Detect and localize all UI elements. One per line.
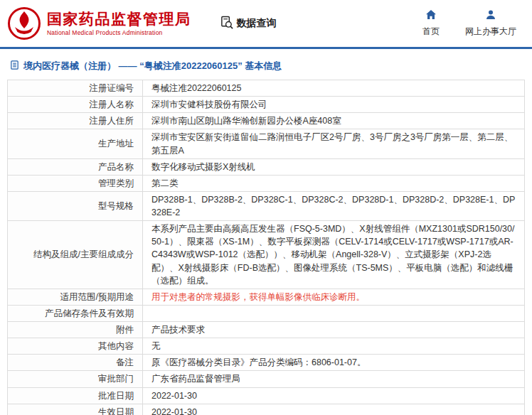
row-value: 无 xyxy=(143,338,525,355)
table-row: 批准日期2022-01-30 xyxy=(8,387,525,404)
info-table: 注册证编号粤械注准20222060125注册人名称深圳市安健科技股份有限公司注册… xyxy=(7,80,525,415)
row-label: 型号规格 xyxy=(8,191,143,220)
row-value: 第二类 xyxy=(143,175,525,191)
nmpa-logo xyxy=(7,6,41,41)
site-header: 国家药品监督管理局 National Medical Products Admi… xyxy=(0,0,532,47)
nav-service-hall-label: 网上办事大厅 xyxy=(465,26,516,38)
row-label: 适用范围/预期用途 xyxy=(8,289,143,305)
row-label: 批准日期 xyxy=(8,387,143,404)
row-label: 生产地址 xyxy=(8,129,143,158)
table-row: 注册证编号粤械注准20222060125 xyxy=(8,80,525,97)
row-value: 产品技术要求 xyxy=(143,322,525,338)
table-row: 注册人名称深圳市安健科技股份有限公司 xyxy=(8,97,525,113)
row-label: 注册人住所 xyxy=(8,113,143,129)
row-value: 本系列产品主要由高频高压发生器（FSQ-5-3MD）、X射线管组件（MXZ130… xyxy=(143,221,525,289)
nav-home-label: 首页 xyxy=(422,26,440,38)
table-row: 型号规格DP328B-1、DP328B-2、DP328C-1、DP328C-2、… xyxy=(8,191,525,220)
nmpa-emblem-icon xyxy=(7,6,41,41)
home-icon xyxy=(425,9,437,23)
nav-data-query[interactable]: 数据查询 xyxy=(220,16,277,31)
row-value: DP328B-1、DP328B-2、DP328C-1、DP328C-2、DP32… xyxy=(143,191,525,220)
row-value: 数字化移动式摄影X射线机 xyxy=(143,158,525,175)
agency-name-en: National Medical Products Administration xyxy=(47,29,191,36)
row-label: 备注 xyxy=(8,355,143,371)
row-label: 附件 xyxy=(8,322,143,338)
page-title-text: 境内医疗器械（注册） —— “粤械注准20222060125” 基本信息 xyxy=(23,60,282,72)
table-row: 审批部门广东省药品监督管理局 xyxy=(8,371,525,387)
row-value: 广东省药品监督管理局 xyxy=(143,371,525,387)
table-row: 注册人住所深圳市南山区朗山路华瀚创新园办公楼A座408室 xyxy=(8,113,525,129)
agency-name-cn: 国家药品监督管理局 xyxy=(47,11,191,27)
table-row: 产品储存条件及有效期 xyxy=(8,305,525,321)
row-label: 产品名称 xyxy=(8,158,143,175)
row-label: 其他内容 xyxy=(8,338,143,355)
data-query-label: 数据查询 xyxy=(237,17,277,30)
person-icon xyxy=(485,9,496,23)
row-label: 审批部门 xyxy=(8,371,143,387)
table-row: 生效日期2022-01-30 xyxy=(8,404,525,415)
data-query-icon xyxy=(220,16,233,31)
row-value: 原《医疗器械分类目录》产品分类编码：6806-01-07。 xyxy=(143,355,525,371)
row-label: 生效日期 xyxy=(8,404,143,415)
row-value: 深圳市宝安区新安街道留仙二路润恒电子厂区2号厂房、3号厂房之3号厂房第一层、第二… xyxy=(143,129,525,158)
row-label: 产品储存条件及有效期 xyxy=(8,305,143,321)
info-table-body: 注册证编号粤械注准20222060125注册人名称深圳市安健科技股份有限公司注册… xyxy=(8,80,525,415)
row-label: 管理类别 xyxy=(8,175,143,191)
agency-title-block: 国家药品监督管理局 National Medical Products Admi… xyxy=(47,11,191,36)
table-row: 适用范围/预期用途用于对患者的常规摄影，获得单幅影像供临床诊断用。 xyxy=(8,289,525,305)
row-label: 结构及组成/主要组成成分 xyxy=(8,221,143,289)
table-row: 生产地址深圳市宝安区新安街道留仙二路润恒电子厂区2号厂房、3号厂房之3号厂房第一… xyxy=(8,129,525,158)
row-label: 注册人名称 xyxy=(8,97,143,113)
top-nav: 首页 网上办事大厅 xyxy=(422,9,521,38)
row-value: 2022-01-30 xyxy=(143,387,525,404)
row-value: 深圳市安健科技股份有限公司 xyxy=(143,97,525,113)
row-value: 用于对患者的常规摄影，获得单幅影像供临床诊断用。 xyxy=(143,289,525,305)
table-row: 管理类别第二类 xyxy=(8,175,525,191)
table-row: 结构及组成/主要组成成分本系列产品主要由高频高压发生器（FSQ-5-3MD）、X… xyxy=(8,221,525,289)
table-row: 产品名称数字化移动式摄影X射线机 xyxy=(8,158,525,175)
table-row: 备注原《医疗器械分类目录》产品分类编码：6806-01-07。 xyxy=(8,355,525,371)
row-value: 深圳市南山区朗山路华瀚创新园办公楼A座408室 xyxy=(143,113,525,129)
row-label: 注册证编号 xyxy=(8,80,143,97)
row-value: 粤械注准20222060125 xyxy=(143,80,525,97)
nav-home[interactable]: 首页 xyxy=(422,9,440,38)
page-title: 境内医疗器械（注册） —— “粤械注准20222060125” 基本信息 xyxy=(0,49,532,80)
nav-service-hall[interactable]: 网上办事大厅 xyxy=(465,9,516,38)
table-row: 附件产品技术要求 xyxy=(8,322,525,338)
row-value xyxy=(143,305,525,321)
row-value: 2022-01-30 xyxy=(143,404,525,415)
table-row: 其他内容无 xyxy=(8,338,525,355)
document-icon xyxy=(10,60,19,72)
